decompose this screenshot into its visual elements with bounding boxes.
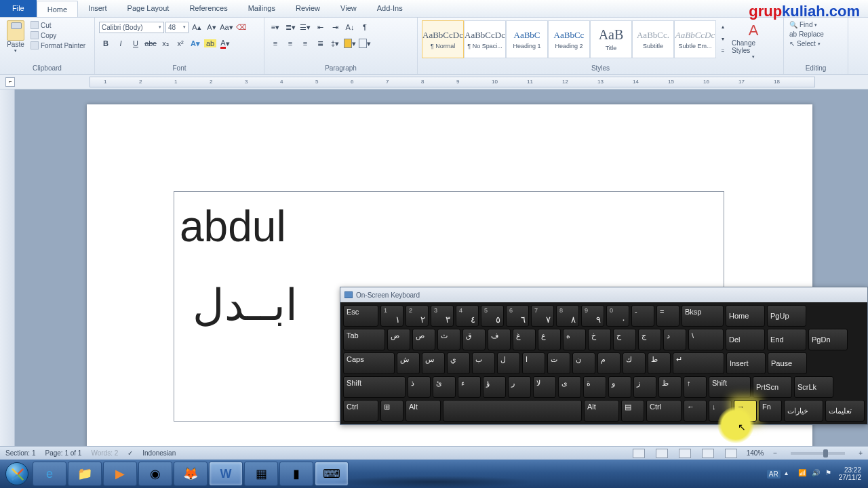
tab-references[interactable]: References — [179, 0, 237, 17]
osk-key[interactable]: و — [608, 376, 631, 398]
osk-key[interactable]: خ — [588, 329, 611, 350]
osk-key[interactable]: ب — [472, 352, 495, 374]
osk-key[interactable]: Bksp — [682, 305, 724, 327]
view-print-layout[interactable] — [633, 449, 645, 458]
tray-network-icon[interactable]: 📶 — [798, 469, 808, 479]
font-color-button[interactable]: A▾ — [218, 37, 232, 50]
osk-key[interactable]: ء — [458, 376, 481, 398]
osk-key[interactable]: ت — [547, 352, 570, 374]
osk-key[interactable]: 3٣ — [431, 305, 454, 327]
osk-key[interactable]: ل — [497, 352, 520, 374]
osk-key[interactable]: غ — [513, 329, 536, 350]
taskbar-chrome[interactable]: ◉ — [138, 462, 172, 486]
taskbar-media[interactable]: ▶ — [103, 462, 137, 486]
tab-file[interactable]: File — [0, 0, 37, 17]
osk-key[interactable]: 2٢ — [406, 305, 429, 327]
osk-key[interactable]: 6٦ — [506, 305, 529, 327]
view-web[interactable] — [679, 449, 691, 458]
osk-key[interactable]: 8٨ — [556, 305, 579, 327]
view-draft[interactable] — [725, 449, 737, 458]
osk-key[interactable]: End — [767, 329, 806, 350]
osk-key[interactable]: Tab — [343, 329, 385, 350]
tab-addins[interactable]: Add-Ins — [367, 0, 413, 17]
osk-key[interactable]: → — [734, 400, 757, 422]
osk-key[interactable]: 9٩ — [581, 305, 604, 327]
spell-check-icon[interactable]: ✓ — [127, 449, 133, 457]
status-page[interactable]: Page: 1 of 1 — [45, 449, 81, 457]
osk-key[interactable]: ⊞ — [380, 400, 403, 422]
osk-key[interactable]: ن — [572, 352, 595, 374]
osk-key[interactable]: - — [631, 305, 654, 327]
osk-key[interactable]: ف — [488, 329, 511, 350]
shrink-font-button[interactable]: A▾ — [205, 20, 218, 34]
osk-key[interactable]: س — [422, 352, 445, 374]
highlight-button[interactable]: ab — [203, 37, 217, 50]
osk-key[interactable]: ر — [508, 376, 531, 398]
osk-key[interactable]: ← — [684, 400, 707, 422]
osk-key[interactable]: Alt — [584, 400, 619, 422]
cut-button[interactable]: Cut — [29, 20, 87, 30]
bullets-button[interactable]: ≡▾ — [269, 20, 282, 34]
osk-key[interactable]: 4٤ — [456, 305, 479, 327]
osk-key[interactable]: ي — [447, 352, 470, 374]
shading-button[interactable]: ▾ — [343, 37, 357, 50]
style-subtle-em[interactable]: AaBbCcDcSubtle Em... — [674, 20, 716, 58]
change-styles-button[interactable]: A Change Styles ▾ — [728, 19, 779, 62]
osk-key[interactable]: ↵ — [673, 352, 724, 374]
osk-key[interactable]: 5٥ — [481, 305, 504, 327]
tray-volume-icon[interactable]: 🔊 — [812, 469, 821, 479]
tab-home[interactable]: Home — [37, 1, 78, 17]
osk-key[interactable]: ذ — [408, 376, 431, 398]
osk-key[interactable]: ك — [623, 352, 646, 374]
change-case-button[interactable]: Aa▾ — [220, 20, 233, 34]
osk-key[interactable]: ج — [638, 329, 661, 350]
tab-page-layout[interactable]: Page Layout — [117, 0, 180, 17]
select-button[interactable]: ↖Select▾ — [788, 39, 825, 48]
increase-indent-button[interactable]: ⇥ — [328, 20, 342, 34]
replace-button[interactable]: abReplace — [788, 30, 825, 39]
osk-key[interactable]: ز — [633, 376, 656, 398]
style-heading1[interactable]: AaBbCHeading 1 — [506, 20, 548, 58]
grow-font-button[interactable]: A▴ — [190, 20, 203, 34]
paste-button[interactable]: Paste ▾ — [4, 19, 27, 55]
osk-key[interactable]: ح — [613, 329, 636, 350]
osk-key[interactable]: ط — [648, 352, 671, 374]
bold-button[interactable]: B — [99, 37, 113, 50]
font-name-select[interactable]: Calibri (Body)▾ — [99, 22, 164, 33]
osk-key[interactable]: تعليمات — [825, 400, 865, 422]
osk-key[interactable] — [443, 400, 582, 422]
view-outline[interactable] — [702, 449, 714, 458]
taskbar-app2[interactable]: ▮ — [279, 462, 313, 486]
status-language[interactable]: Indonesian — [142, 449, 176, 457]
style-subtitle[interactable]: AaBbCc.Subtitle — [632, 20, 674, 58]
osk-key[interactable]: Insert — [726, 352, 766, 374]
text-effects-button[interactable]: A▾ — [189, 37, 202, 50]
multilevel-button[interactable]: ☰▾ — [298, 20, 312, 34]
format-painter-button[interactable]: Format Painter — [29, 41, 87, 50]
status-section[interactable]: Section: 1 — [5, 449, 35, 457]
start-button[interactable] — [3, 460, 31, 488]
osk-key[interactable]: 0٠ — [606, 305, 629, 327]
show-marks-button[interactable]: ¶ — [358, 20, 372, 34]
osk-key[interactable]: لا — [533, 376, 556, 398]
osk-titlebar[interactable]: On-Screen Keyboard — [340, 287, 867, 302]
osk-key[interactable]: 7٧ — [531, 305, 554, 327]
osk-key[interactable]: ه — [563, 329, 586, 350]
osk-key[interactable]: PgDn — [808, 329, 848, 350]
osk-key[interactable]: ث — [437, 329, 460, 350]
osk-key[interactable]: م — [597, 352, 620, 374]
subscript-button[interactable]: x₂ — [159, 37, 172, 50]
font-size-select[interactable]: 48▾ — [165, 22, 189, 33]
tab-view[interactable]: View — [330, 0, 367, 17]
osk-key[interactable]: PgUp — [767, 305, 806, 327]
style-heading2[interactable]: AaBbCcHeading 2 — [548, 20, 590, 58]
clear-format-button[interactable]: ⌫ — [235, 20, 248, 34]
align-left-button[interactable]: ≡ — [269, 37, 282, 50]
osk-key[interactable]: Caps — [343, 352, 395, 374]
strike-button[interactable]: abc — [144, 37, 157, 50]
osk-key[interactable]: PrtScn — [753, 376, 792, 398]
taskbar-ie[interactable]: e — [33, 462, 66, 486]
zoom-in-button[interactable]: + — [859, 449, 863, 457]
zoom-out-button[interactable]: − — [773, 449, 777, 457]
view-fullscreen[interactable] — [656, 449, 668, 458]
